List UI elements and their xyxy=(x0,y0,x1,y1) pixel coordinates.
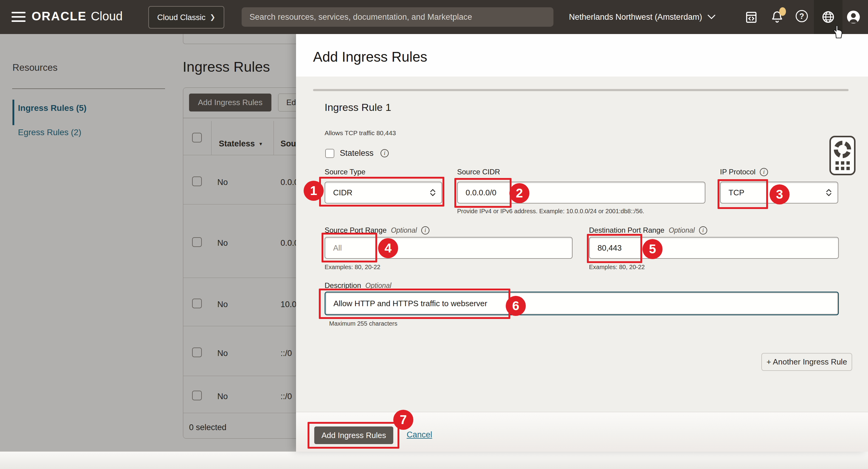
select-updown-icon xyxy=(429,188,436,197)
notification-badge xyxy=(779,7,786,16)
cloud-classic-button[interactable]: Cloud Classic ❯ xyxy=(148,6,224,29)
destination-port-helper: Examples: 80, 20-22 xyxy=(589,264,645,271)
oracle-cloud-logo[interactable]: ORACLECloud xyxy=(32,9,122,23)
region-selector[interactable]: Netherlands Northwest (Amsterdam) xyxy=(569,0,715,34)
cancel-link[interactable]: Cancel xyxy=(407,430,432,439)
life-ring-icon xyxy=(833,140,852,159)
page-footer xyxy=(0,451,868,469)
search-input[interactable] xyxy=(242,7,553,27)
user-avatar-icon[interactable] xyxy=(846,10,860,24)
region-label: Netherlands Northwest (Amsterdam) xyxy=(569,12,702,22)
rule-heading: Ingress Rule 1 xyxy=(324,101,391,113)
add-ingress-rules-submit-button[interactable]: Add Ingress Rules xyxy=(314,427,393,444)
add-ingress-rules-drawer: Add Ingress Rules Ingress Rule 1 Allows … xyxy=(296,34,868,451)
another-ingress-rule-button[interactable]: + Another Ingress Rule xyxy=(761,353,852,371)
source-port-input[interactable] xyxy=(324,237,572,259)
help-icon[interactable]: ? xyxy=(796,10,808,22)
source-cidr-label: Source CIDR xyxy=(457,168,500,176)
info-icon[interactable]: i xyxy=(699,226,707,234)
oracle-cloud-console: ORACLECloud Cloud Classic ❯ Netherlands … xyxy=(0,0,868,469)
hamburger-menu-icon[interactable] xyxy=(11,12,26,22)
rule-subtext: Allows TCP traffic 80,443 xyxy=(324,129,396,137)
source-port-helper: Examples: 80, 20-22 xyxy=(324,264,380,271)
support-launcher-widget[interactable] xyxy=(829,136,856,175)
globe-language-icon[interactable] xyxy=(821,10,835,24)
select-updown-icon xyxy=(826,188,832,197)
source-type-select[interactable]: CIDR xyxy=(324,182,442,203)
source-cidr-helper: Provide IPv4 or IPv6 address. Example: 1… xyxy=(457,208,644,215)
cloud-classic-label: Cloud Classic xyxy=(157,13,206,22)
ip-protocol-label: IP Protocol i xyxy=(720,168,768,176)
destination-port-input[interactable] xyxy=(589,237,839,259)
source-cidr-input[interactable] xyxy=(457,182,705,203)
stateless-label: Stateless xyxy=(340,148,374,158)
chevron-right-icon: ❯ xyxy=(210,13,215,21)
top-navigation-bar: ORACLECloud Cloud Classic ❯ Netherlands … xyxy=(0,0,868,34)
modal-dim-overlay xyxy=(0,34,296,451)
drawer-divider xyxy=(313,89,848,91)
brand-oracle: ORACLE xyxy=(32,9,87,23)
drawer-title: Add Ingress Rules xyxy=(313,48,427,65)
description-helper: Maximum 255 characters xyxy=(329,320,398,327)
info-icon[interactable]: i xyxy=(380,149,389,157)
ip-protocol-select[interactable]: TCP xyxy=(720,182,838,203)
info-icon[interactable]: i xyxy=(421,226,429,234)
source-type-label: Source Type xyxy=(324,168,365,176)
chevron-down-icon xyxy=(708,14,715,20)
app-grid-icon xyxy=(835,161,850,170)
destination-port-label: Destination Port Range Optional i xyxy=(589,226,707,234)
description-label: Description Optional xyxy=(324,281,392,290)
brand-cloud: Cloud xyxy=(91,9,123,23)
info-icon[interactable]: i xyxy=(760,168,768,176)
description-input[interactable] xyxy=(324,292,839,315)
developer-tools-icon[interactable] xyxy=(744,10,758,24)
source-port-label: Source Port Range Optional i xyxy=(324,226,429,234)
stateless-checkbox[interactable] xyxy=(325,149,334,158)
